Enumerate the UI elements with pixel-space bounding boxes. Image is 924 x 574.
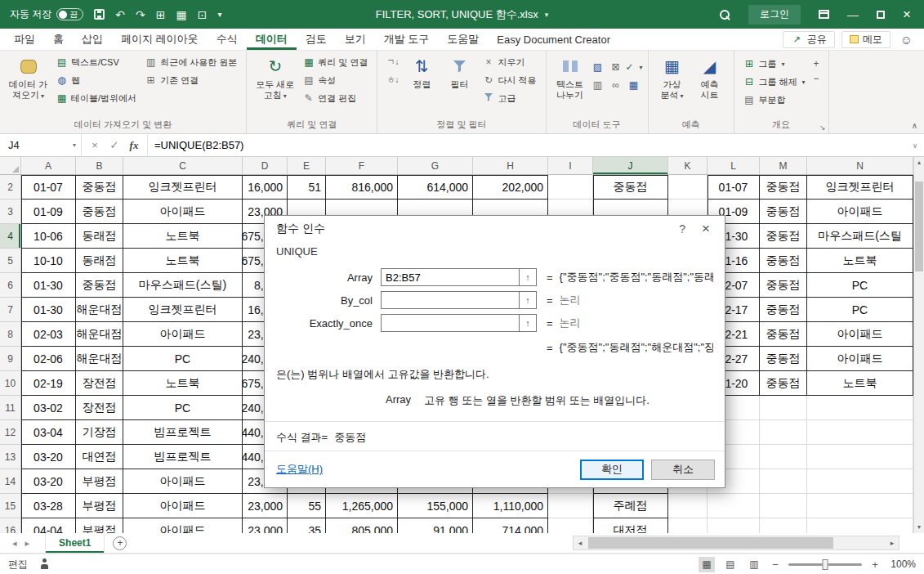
from-web-button[interactable]: ◍웹 xyxy=(51,71,141,89)
cell-B13[interactable]: 대연점 xyxy=(76,445,123,469)
cell-N16[interactable] xyxy=(807,518,913,533)
filter-button[interactable]: 필터 xyxy=(440,53,478,92)
cell-A11[interactable]: 03-02 xyxy=(21,396,76,420)
properties-button[interactable]: ▤속성 xyxy=(298,71,372,89)
column-header-G[interactable]: G xyxy=(398,157,473,175)
show-detail-button[interactable]: + xyxy=(810,56,824,71)
comments-button[interactable]: 메모 xyxy=(841,31,891,48)
page-layout-view-button[interactable]: ▤ xyxy=(722,557,739,572)
column-header-A[interactable]: A xyxy=(21,157,76,175)
dialog-title-bar[interactable]: 함수 인수 ? × xyxy=(265,216,725,242)
add-sheet-button[interactable]: + xyxy=(113,536,127,550)
expand-formula-bar-icon[interactable]: ∨ xyxy=(906,134,924,156)
cell-B6[interactable]: 중동점 xyxy=(76,273,123,298)
cell-A13[interactable]: 03-20 xyxy=(21,445,76,469)
sort-ascending-button[interactable]: ㄱ↓ xyxy=(382,53,403,71)
vertical-scrollbar[interactable]: ▴ ▾ xyxy=(913,157,924,533)
customize-qat-icon[interactable]: ▾ xyxy=(218,11,222,19)
subtotal-button[interactable]: ▤부분합 xyxy=(739,91,810,109)
array-field-input[interactable] xyxy=(381,268,520,286)
column-header-H[interactable]: H xyxy=(473,157,548,175)
clear-filter-button[interactable]: ×지우기 xyxy=(478,53,540,71)
ribbon-tab-데이터[interactable]: 데이터 xyxy=(247,29,297,50)
cell-B4[interactable]: 동래점 xyxy=(76,224,123,249)
cell-E2[interactable]: 51 xyxy=(288,175,326,200)
dialog-close-icon[interactable]: × xyxy=(697,221,715,237)
cell-B16[interactable]: 부평점 xyxy=(76,518,123,533)
cell-N3[interactable]: 아이패드 xyxy=(807,200,913,224)
accessibility-icon[interactable] xyxy=(39,558,49,570)
horizontal-scrollbar[interactable]: ◂ ▸ xyxy=(573,536,899,550)
cancel-entry-icon[interactable]: × xyxy=(85,139,105,151)
existing-connections-button[interactable]: ⊞기존 연결 xyxy=(141,71,241,89)
cell-E16[interactable]: 35 xyxy=(288,518,326,533)
cell-M7[interactable]: 중동점 xyxy=(760,298,807,322)
cell-N9[interactable]: 아이패드 xyxy=(807,347,913,371)
cell-A5[interactable]: 10-10 xyxy=(21,249,76,273)
cell-M16[interactable] xyxy=(760,518,807,533)
cell-N14[interactable] xyxy=(807,469,913,494)
cell-N7[interactable]: PC xyxy=(807,298,913,322)
remove-duplicates-button[interactable]: ⊠ xyxy=(607,58,625,76)
from-table-range-button[interactable]: ▦테이블/범위에서 xyxy=(51,89,141,107)
row-header-2[interactable]: 2 xyxy=(0,175,21,200)
help-link[interactable]: 도움말(H) xyxy=(276,462,323,477)
cell-M3[interactable]: 중동점 xyxy=(760,200,807,224)
cell-C12[interactable]: 빔프로젝트 xyxy=(123,420,243,445)
vertical-scroll-thumb[interactable] xyxy=(915,182,923,271)
ribbon-tab-보기[interactable]: 보기 xyxy=(336,29,375,50)
collapse-ribbon-button[interactable]: ∧ xyxy=(912,121,917,130)
group-button[interactable]: ⊞그룹▾ xyxy=(739,55,810,73)
zoom-level[interactable]: 100% xyxy=(888,558,916,570)
cell-C3[interactable]: 아이패드 xyxy=(123,200,243,224)
consolidate-button[interactable]: ▥ xyxy=(589,76,607,94)
ribbon-tab-페이지-레이아웃[interactable]: 페이지 레이아웃 xyxy=(112,29,208,50)
cell-M9[interactable]: 중동점 xyxy=(760,347,807,371)
cell-C4[interactable]: 노트북 xyxy=(123,224,243,249)
cell-M6[interactable]: 중동점 xyxy=(760,273,807,298)
cell-L16[interactable] xyxy=(708,518,760,533)
qat-window-icon[interactable]: ⊡ xyxy=(198,9,208,20)
cell-J16[interactable]: 대저점 xyxy=(593,518,668,533)
horizontal-scroll-thumb[interactable] xyxy=(588,537,833,549)
cell-I16[interactable] xyxy=(548,518,593,533)
cell-J15[interactable]: 주례점 xyxy=(593,494,668,518)
cell-B5[interactable]: 동래점 xyxy=(76,249,123,273)
cell-G2[interactable]: 614,000 xyxy=(398,175,473,200)
row-header-3[interactable]: 3 xyxy=(0,200,21,224)
collapse-dialog-icon[interactable]: ↑ xyxy=(520,314,537,332)
cell-B7[interactable]: 해운대점 xyxy=(76,298,123,322)
row-header-8[interactable]: 8 xyxy=(0,322,21,347)
cell-C14[interactable]: 아이패드 xyxy=(123,469,243,494)
ribbon-tab-홈[interactable]: 홈 xyxy=(44,29,73,50)
zoom-slider-thumb[interactable] xyxy=(823,559,828,570)
cell-F2[interactable]: 816,000 xyxy=(326,175,398,200)
cell-D15[interactable]: 23,000 xyxy=(243,494,288,518)
row-header-9[interactable]: 9 xyxy=(0,347,21,371)
cell-A10[interactable]: 02-19 xyxy=(21,371,76,396)
cell-C5[interactable]: 노트북 xyxy=(123,249,243,273)
zoom-slider[interactable] xyxy=(788,563,862,566)
row-header-15[interactable]: 15 xyxy=(0,494,21,518)
cell-M12[interactable] xyxy=(760,420,807,445)
ribbon-tab-검토[interactable]: 검토 xyxy=(297,29,336,50)
search-icon[interactable] xyxy=(719,9,730,20)
share-button[interactable]: ↗공유 xyxy=(783,31,835,48)
cell-C10[interactable]: 노트북 xyxy=(123,371,243,396)
cell-B3[interactable]: 중동점 xyxy=(76,200,123,224)
login-button[interactable]: 로그인 xyxy=(748,5,801,25)
cell-N8[interactable]: 아이패드 xyxy=(807,322,913,347)
cell-N4[interactable]: 마우스패드(스틸 xyxy=(807,224,913,249)
cell-B8[interactable]: 해운대점 xyxy=(76,322,123,347)
by-col-field-input[interactable] xyxy=(381,291,520,309)
sort-descending-button[interactable]: ㅎ↓ xyxy=(382,71,403,89)
cancel-button[interactable]: 취소 xyxy=(651,460,715,480)
column-header-E[interactable]: E xyxy=(288,157,326,175)
row-header-6[interactable]: 6 xyxy=(0,273,21,298)
row-header-12[interactable]: 12 xyxy=(0,420,21,445)
cell-D16[interactable]: 23,000 xyxy=(243,518,288,533)
column-header-D[interactable]: D xyxy=(243,157,288,175)
cell-K2[interactable] xyxy=(668,175,708,200)
cell-H15[interactable]: 1,110,000 xyxy=(473,494,548,518)
cell-A9[interactable]: 02-06 xyxy=(21,347,76,371)
